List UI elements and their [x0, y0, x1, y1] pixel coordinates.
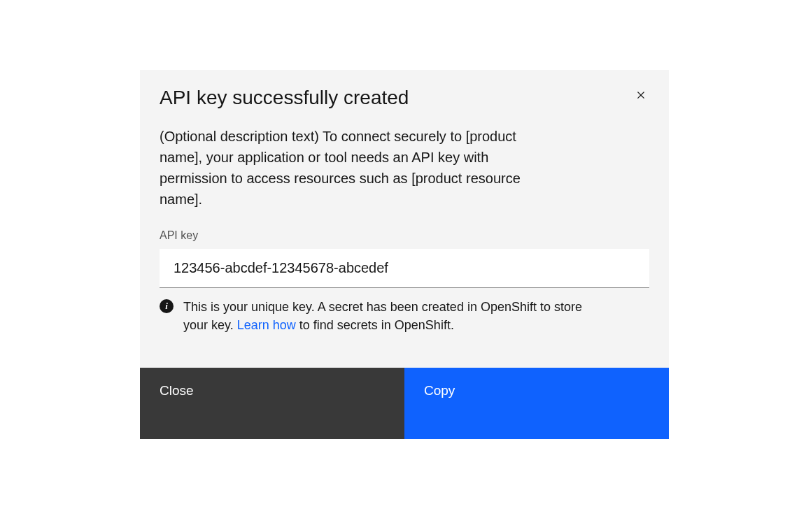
api-key-input[interactable]: [160, 249, 649, 287]
learn-how-link[interactable]: Learn how: [237, 318, 296, 332]
info-text: This is your unique key. A secret has be…: [183, 298, 589, 334]
close-icon: [634, 88, 648, 102]
modal-title: API key successfully created: [160, 87, 649, 109]
copy-button[interactable]: Copy: [404, 368, 669, 439]
info-text-after: to find secrets in OpenShift.: [296, 318, 454, 332]
api-key-field-wrapper: [160, 249, 649, 288]
modal-body: API key successfully created (Optional d…: [140, 70, 669, 368]
close-button[interactable]: Close: [140, 368, 404, 439]
modal-description: (Optional description text) To connect s…: [160, 126, 551, 210]
api-key-label: API key: [160, 229, 649, 242]
info-row: i This is your unique key. A secret has …: [160, 298, 649, 334]
modal-footer: Close Copy: [140, 368, 669, 439]
info-icon: i: [160, 299, 174, 313]
api-key-modal: API key successfully created (Optional d…: [140, 70, 669, 439]
svg-marker-0: [637, 92, 644, 99]
close-icon-button[interactable]: [630, 84, 652, 106]
